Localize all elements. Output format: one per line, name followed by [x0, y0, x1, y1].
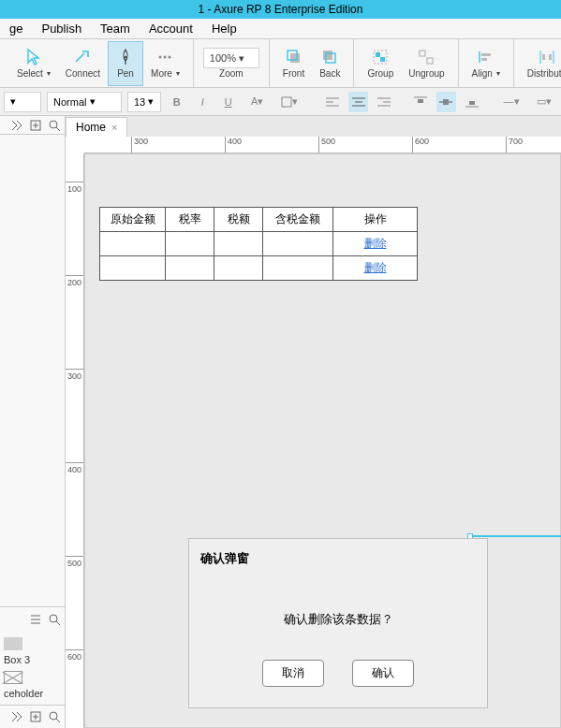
svg-point-49: [50, 712, 57, 720]
widget-label: Box 3: [4, 654, 61, 665]
left-panel: Box 3 ceholder: [0, 116, 66, 728]
menu-help[interactable]: Help: [202, 20, 246, 37]
design-canvas[interactable]: 原始金额 税率 税额 含税金额 操作 删除 删除 确认弹窗 确认删除该条数据？ …: [84, 153, 561, 728]
menu-account[interactable]: Account: [140, 20, 202, 37]
svg-rect-31: [418, 99, 423, 103]
back-button[interactable]: Back: [312, 41, 347, 86]
selection-handle[interactable]: [469, 535, 561, 537]
col-original: 原始金额: [100, 208, 166, 232]
ungroup-button[interactable]: Ungroup: [401, 41, 451, 86]
underline-button[interactable]: U: [218, 92, 238, 112]
select-tool[interactable]: Select: [9, 41, 58, 86]
ungroup-icon: [417, 48, 436, 66]
pen-tool[interactable]: Pen: [108, 41, 143, 86]
add-page-icon[interactable]: [29, 119, 42, 132]
data-table[interactable]: 原始金额 税率 税额 含税金额 操作 删除 删除: [99, 207, 418, 281]
svg-rect-12: [427, 58, 433, 64]
valign-middle-button[interactable]: [436, 92, 456, 112]
svg-point-1: [159, 56, 162, 59]
close-icon[interactable]: ×: [111, 122, 117, 133]
text-color-button[interactable]: A▾: [244, 92, 271, 112]
app-title: 1 - Axure RP 8 Enterprise Edition: [199, 3, 363, 16]
dialog-title: 确认弹窗: [189, 539, 487, 577]
col-action: 操作: [333, 208, 418, 232]
page-tab-home[interactable]: Home ×: [66, 117, 127, 137]
font-size-select[interactable]: 13 ▾: [127, 92, 161, 112]
table-row: 删除: [100, 232, 418, 256]
col-rate: 税率: [166, 208, 214, 232]
vertical-ruler: 100 200 300 400 500 600 700: [66, 153, 84, 728]
zoom-control[interactable]: 100% ▾ Zoom: [199, 41, 263, 86]
main-toolbar: Select Connect Pen More 100% ▾ Zoom Fron…: [0, 39, 561, 88]
pen-icon: [116, 48, 135, 66]
format-toolbar: ▾ Normal ▾ 13 ▾ B I U A▾ ▾ —▾ ▭▾: [0, 88, 561, 116]
connect-tool[interactable]: Connect: [58, 41, 108, 86]
confirm-dialog: 确认弹窗 确认删除该条数据？ 取消 确认: [188, 538, 488, 708]
fill-color-button[interactable]: ▾: [276, 92, 303, 112]
search-icon[interactable]: [48, 710, 61, 723]
svg-point-44: [50, 615, 57, 622]
cancel-button[interactable]: 取消: [262, 660, 324, 687]
valign-bottom-button[interactable]: [462, 92, 481, 112]
distribute-button[interactable]: Distribute: [520, 41, 561, 86]
bucket-icon: [281, 96, 292, 108]
distribute-icon: [538, 48, 556, 66]
align-icon: [477, 48, 495, 66]
collapse-icon[interactable]: [10, 119, 23, 132]
more-tool[interactable]: More: [143, 41, 187, 86]
align-right-button[interactable]: [374, 92, 393, 112]
svg-rect-10: [380, 57, 385, 62]
bold-button[interactable]: B: [167, 92, 186, 112]
svg-rect-15: [481, 58, 487, 61]
title-bar: 1 - Axure RP 8 Enterprise Edition: [0, 0, 561, 19]
svg-rect-18: [542, 54, 545, 60]
widget-label: ceholder: [4, 688, 61, 699]
table-header-row: 原始金额 税率 税额 含税金额 操作: [100, 208, 418, 232]
widget-thumbnail[interactable]: [4, 637, 22, 650]
delete-link[interactable]: 删除: [333, 232, 418, 256]
menu-team[interactable]: Team: [91, 20, 140, 37]
svg-rect-35: [469, 101, 475, 105]
menu-arrange[interactable]: ge: [0, 20, 32, 37]
line-style-button[interactable]: —▾: [498, 92, 525, 112]
search-icon[interactable]: [48, 119, 61, 132]
svg-point-2: [164, 56, 167, 59]
connect-icon: [73, 48, 92, 66]
align-left-button[interactable]: [322, 92, 342, 112]
svg-rect-20: [282, 97, 291, 107]
group-button[interactable]: Group: [360, 41, 401, 86]
dialog-message: 确认删除该条数据？: [189, 577, 487, 660]
dots-icon: [155, 48, 174, 66]
front-icon: [285, 48, 303, 66]
menu-publish[interactable]: Publish: [32, 20, 91, 37]
search-icon[interactable]: [48, 613, 61, 626]
canvas-area: Home × 300 400 500 600 700 100 200 300 4…: [66, 116, 561, 728]
svg-rect-9: [376, 52, 380, 57]
svg-rect-4: [290, 53, 300, 63]
svg-point-0: [125, 56, 126, 58]
front-button[interactable]: Front: [275, 41, 312, 86]
svg-line-50: [56, 719, 60, 722]
table-row: 删除: [100, 256, 418, 281]
svg-point-3: [169, 56, 171, 59]
collapse-icon[interactable]: [10, 710, 23, 723]
list-icon[interactable]: [29, 613, 42, 626]
style-select[interactable]: Normal ▾: [47, 92, 122, 112]
delete-link[interactable]: 删除: [333, 256, 418, 281]
cursor-icon: [24, 48, 43, 66]
confirm-button[interactable]: 确认: [352, 660, 414, 687]
horizontal-ruler: 300 400 500 600 700: [84, 137, 561, 153]
svg-line-40: [56, 127, 60, 131]
placeholder-thumbnail[interactable]: [4, 671, 22, 684]
add-icon[interactable]: [29, 710, 42, 723]
back-icon: [320, 48, 339, 66]
valign-top-button[interactable]: [410, 92, 430, 112]
svg-rect-6: [323, 51, 332, 60]
svg-rect-19: [549, 54, 552, 60]
italic-button[interactable]: I: [192, 92, 212, 112]
align-center-button[interactable]: [348, 92, 368, 112]
font-family-select[interactable]: ▾: [4, 92, 41, 112]
svg-point-39: [50, 121, 57, 128]
border-button[interactable]: ▭▾: [530, 92, 557, 112]
align-button[interactable]: Align: [465, 41, 508, 86]
